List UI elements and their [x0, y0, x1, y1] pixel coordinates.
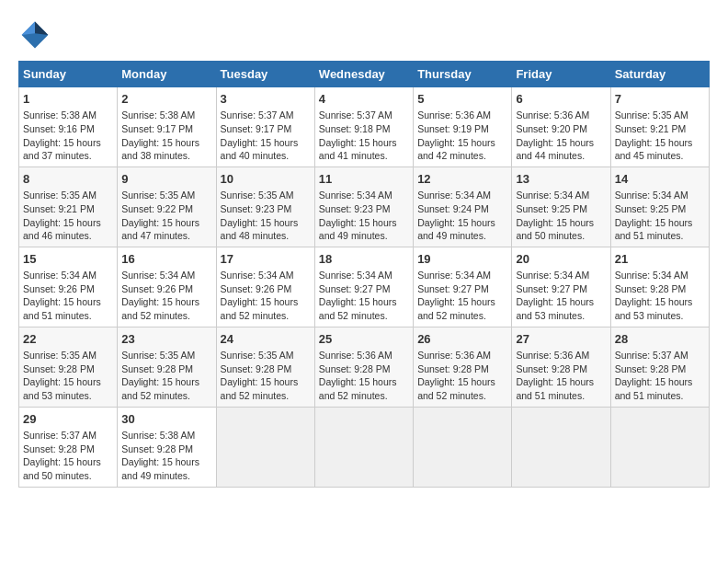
header-cell-thursday: Thursday: [414, 62, 512, 87]
day-cell: 17Sunrise: 5:34 AM Sunset: 9:26 PM Dayli…: [216, 247, 314, 327]
day-cell: 21Sunrise: 5:34 AM Sunset: 9:28 PM Dayli…: [610, 247, 709, 327]
day-info: Sunrise: 5:36 AM Sunset: 9:28 PM Dayligh…: [516, 349, 606, 403]
header-cell-monday: Monday: [118, 62, 216, 87]
day-cell: [314, 407, 413, 487]
day-number: 8: [23, 171, 113, 188]
day-cell: [512, 407, 610, 487]
day-info: Sunrise: 5:35 AM Sunset: 9:23 PM Dayligh…: [221, 189, 311, 243]
day-info: Sunrise: 5:34 AM Sunset: 9:27 PM Dayligh…: [516, 269, 606, 323]
day-number: 18: [319, 251, 409, 268]
header-cell-saturday: Saturday: [610, 62, 709, 87]
day-number: 19: [417, 251, 507, 268]
day-cell: 19Sunrise: 5:34 AM Sunset: 9:27 PM Dayli…: [414, 247, 512, 327]
week-row-2: 8Sunrise: 5:35 AM Sunset: 9:21 PM Daylig…: [19, 167, 710, 247]
day-cell: 8Sunrise: 5:35 AM Sunset: 9:21 PM Daylig…: [19, 167, 118, 247]
day-cell: 24Sunrise: 5:35 AM Sunset: 9:28 PM Dayli…: [216, 327, 314, 407]
day-number: 11: [319, 171, 409, 188]
day-cell: 4Sunrise: 5:37 AM Sunset: 9:18 PM Daylig…: [314, 87, 413, 167]
day-cell: [610, 407, 709, 487]
day-number: 9: [121, 171, 211, 188]
day-number: 5: [417, 91, 507, 108]
day-cell: 23Sunrise: 5:35 AM Sunset: 9:28 PM Dayli…: [118, 327, 216, 407]
day-number: 3: [221, 91, 311, 108]
day-info: Sunrise: 5:37 AM Sunset: 9:28 PM Dayligh…: [615, 349, 705, 403]
day-cell: 20Sunrise: 5:34 AM Sunset: 9:27 PM Dayli…: [512, 247, 610, 327]
day-cell: 13Sunrise: 5:34 AM Sunset: 9:25 PM Dayli…: [512, 167, 610, 247]
header-cell-wednesday: Wednesday: [314, 62, 413, 87]
day-cell: 6Sunrise: 5:36 AM Sunset: 9:20 PM Daylig…: [512, 87, 610, 167]
day-cell: 11Sunrise: 5:34 AM Sunset: 9:23 PM Dayli…: [314, 167, 413, 247]
week-row-3: 15Sunrise: 5:34 AM Sunset: 9:26 PM Dayli…: [19, 247, 710, 327]
day-cell: 15Sunrise: 5:34 AM Sunset: 9:26 PM Dayli…: [19, 247, 118, 327]
day-info: Sunrise: 5:36 AM Sunset: 9:28 PM Dayligh…: [417, 349, 507, 403]
day-cell: 14Sunrise: 5:34 AM Sunset: 9:25 PM Dayli…: [610, 167, 709, 247]
day-cell: 18Sunrise: 5:34 AM Sunset: 9:27 PM Dayli…: [314, 247, 413, 327]
day-cell: 30Sunrise: 5:38 AM Sunset: 9:28 PM Dayli…: [118, 407, 216, 487]
day-cell: 16Sunrise: 5:34 AM Sunset: 9:26 PM Dayli…: [118, 247, 216, 327]
day-info: Sunrise: 5:38 AM Sunset: 9:16 PM Dayligh…: [23, 109, 113, 163]
day-number: 27: [516, 331, 606, 348]
day-number: 14: [615, 171, 705, 188]
day-info: Sunrise: 5:34 AM Sunset: 9:28 PM Dayligh…: [615, 269, 705, 323]
day-info: Sunrise: 5:36 AM Sunset: 9:19 PM Dayligh…: [417, 109, 507, 163]
day-info: Sunrise: 5:35 AM Sunset: 9:21 PM Dayligh…: [615, 109, 705, 163]
day-number: 2: [121, 91, 211, 108]
day-info: Sunrise: 5:34 AM Sunset: 9:25 PM Dayligh…: [615, 189, 705, 243]
day-info: Sunrise: 5:37 AM Sunset: 9:28 PM Dayligh…: [23, 429, 113, 483]
day-number: 28: [615, 331, 705, 348]
day-info: Sunrise: 5:38 AM Sunset: 9:28 PM Dayligh…: [121, 429, 211, 483]
day-number: 7: [615, 91, 705, 108]
day-number: 13: [516, 171, 606, 188]
header-row: SundayMondayTuesdayWednesdayThursdayFrid…: [19, 62, 710, 87]
day-number: 23: [121, 331, 211, 348]
logo: [18, 18, 55, 52]
day-cell: 5Sunrise: 5:36 AM Sunset: 9:19 PM Daylig…: [414, 87, 512, 167]
day-cell: 9Sunrise: 5:35 AM Sunset: 9:22 PM Daylig…: [118, 167, 216, 247]
day-number: 15: [23, 251, 113, 268]
day-info: Sunrise: 5:36 AM Sunset: 9:20 PM Dayligh…: [516, 109, 606, 163]
day-cell: 12Sunrise: 5:34 AM Sunset: 9:24 PM Dayli…: [414, 167, 512, 247]
day-info: Sunrise: 5:37 AM Sunset: 9:18 PM Dayligh…: [319, 109, 409, 163]
day-number: 30: [121, 411, 211, 428]
svg-marker-1: [35, 22, 48, 35]
day-info: Sunrise: 5:37 AM Sunset: 9:17 PM Dayligh…: [221, 109, 311, 163]
day-info: Sunrise: 5:35 AM Sunset: 9:28 PM Dayligh…: [23, 349, 113, 403]
calendar-table: SundayMondayTuesdayWednesdayThursdayFrid…: [18, 61, 710, 488]
day-number: 25: [319, 331, 409, 348]
day-info: Sunrise: 5:34 AM Sunset: 9:27 PM Dayligh…: [417, 269, 507, 323]
day-info: Sunrise: 5:35 AM Sunset: 9:28 PM Dayligh…: [121, 349, 211, 403]
day-cell: 28Sunrise: 5:37 AM Sunset: 9:28 PM Dayli…: [610, 327, 709, 407]
day-info: Sunrise: 5:34 AM Sunset: 9:26 PM Dayligh…: [221, 269, 311, 323]
header: [18, 18, 710, 52]
week-row-5: 29Sunrise: 5:37 AM Sunset: 9:28 PM Dayli…: [19, 407, 710, 487]
svg-marker-2: [22, 22, 35, 35]
day-number: 26: [417, 331, 507, 348]
day-cell: [414, 407, 512, 487]
header-cell-friday: Friday: [512, 62, 610, 87]
day-number: 29: [23, 411, 113, 428]
day-info: Sunrise: 5:34 AM Sunset: 9:25 PM Dayligh…: [516, 189, 606, 243]
week-row-4: 22Sunrise: 5:35 AM Sunset: 9:28 PM Dayli…: [19, 327, 710, 407]
day-cell: 27Sunrise: 5:36 AM Sunset: 9:28 PM Dayli…: [512, 327, 610, 407]
day-cell: [216, 407, 314, 487]
day-info: Sunrise: 5:35 AM Sunset: 9:22 PM Dayligh…: [121, 189, 211, 243]
day-cell: 10Sunrise: 5:35 AM Sunset: 9:23 PM Dayli…: [216, 167, 314, 247]
day-cell: 1Sunrise: 5:38 AM Sunset: 9:16 PM Daylig…: [19, 87, 118, 167]
day-cell: 7Sunrise: 5:35 AM Sunset: 9:21 PM Daylig…: [610, 87, 709, 167]
day-info: Sunrise: 5:34 AM Sunset: 9:26 PM Dayligh…: [121, 269, 211, 323]
week-row-1: 1Sunrise: 5:38 AM Sunset: 9:16 PM Daylig…: [19, 87, 710, 167]
day-cell: 29Sunrise: 5:37 AM Sunset: 9:28 PM Dayli…: [19, 407, 118, 487]
header-cell-sunday: Sunday: [19, 62, 118, 87]
day-info: Sunrise: 5:35 AM Sunset: 9:21 PM Dayligh…: [23, 189, 113, 243]
day-info: Sunrise: 5:36 AM Sunset: 9:28 PM Dayligh…: [319, 349, 409, 403]
day-info: Sunrise: 5:34 AM Sunset: 9:24 PM Dayligh…: [417, 189, 507, 243]
day-cell: 22Sunrise: 5:35 AM Sunset: 9:28 PM Dayli…: [19, 327, 118, 407]
day-cell: 3Sunrise: 5:37 AM Sunset: 9:17 PM Daylig…: [216, 87, 314, 167]
day-number: 4: [319, 91, 409, 108]
day-number: 6: [516, 91, 606, 108]
day-cell: 25Sunrise: 5:36 AM Sunset: 9:28 PM Dayli…: [314, 327, 413, 407]
day-cell: 2Sunrise: 5:38 AM Sunset: 9:17 PM Daylig…: [118, 87, 216, 167]
day-info: Sunrise: 5:34 AM Sunset: 9:26 PM Dayligh…: [23, 269, 113, 323]
day-cell: 26Sunrise: 5:36 AM Sunset: 9:28 PM Dayli…: [414, 327, 512, 407]
day-number: 21: [615, 251, 705, 268]
